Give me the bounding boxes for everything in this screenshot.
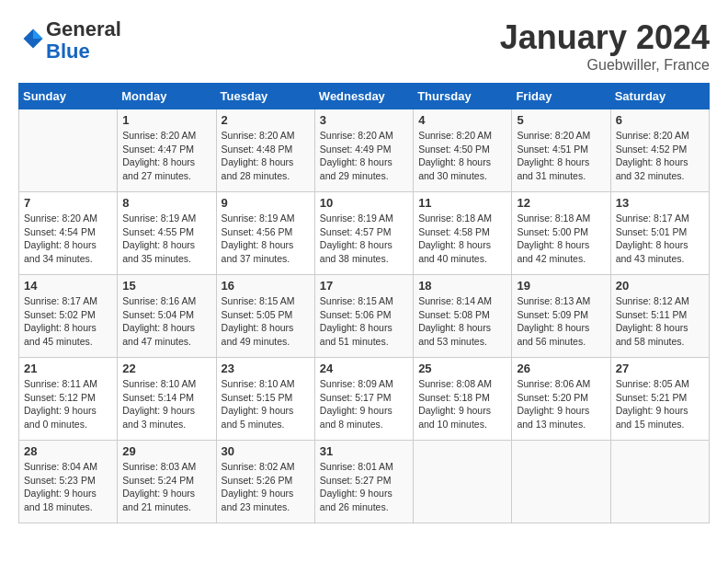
calendar-cell: 7Sunrise: 8:20 AMSunset: 4:54 PMDaylight… bbox=[19, 192, 118, 275]
day-info: Sunrise: 8:04 AMSunset: 5:23 PMDaylight:… bbox=[24, 460, 112, 514]
calendar-cell: 3Sunrise: 8:20 AMSunset: 4:49 PMDaylight… bbox=[314, 109, 413, 192]
calendar-cell: 17Sunrise: 8:15 AMSunset: 5:06 PMDayligh… bbox=[314, 275, 413, 358]
day-number: 6 bbox=[616, 113, 704, 127]
calendar-cell: 19Sunrise: 8:13 AMSunset: 5:09 PMDayligh… bbox=[512, 275, 610, 358]
logo-icon bbox=[20, 26, 46, 52]
calendar-cell bbox=[512, 441, 610, 523]
day-info: Sunrise: 8:14 AMSunset: 5:08 PMDaylight:… bbox=[418, 294, 506, 349]
day-number: 1 bbox=[122, 113, 210, 127]
calendar-cell: 31Sunrise: 8:01 AMSunset: 5:27 PMDayligh… bbox=[314, 441, 413, 523]
calendar-cell: 15Sunrise: 8:16 AMSunset: 5:04 PMDayligh… bbox=[118, 275, 216, 358]
day-info: Sunrise: 8:15 AMSunset: 5:05 PMDaylight:… bbox=[222, 294, 310, 349]
day-number: 18 bbox=[418, 279, 506, 293]
calendar-cell: 25Sunrise: 8:08 AMSunset: 5:18 PMDayligh… bbox=[414, 358, 512, 441]
calendar-cell: 6Sunrise: 8:20 AMSunset: 4:52 PMDaylight… bbox=[610, 109, 709, 192]
day-number: 5 bbox=[517, 113, 605, 127]
day-number: 4 bbox=[418, 113, 506, 127]
day-info: Sunrise: 8:05 AMSunset: 5:21 PMDaylight:… bbox=[616, 377, 704, 431]
day-info: Sunrise: 8:10 AMSunset: 5:15 PMDaylight:… bbox=[222, 377, 310, 431]
calendar-cell: 18Sunrise: 8:14 AMSunset: 5:08 PMDayligh… bbox=[414, 275, 512, 358]
calendar-cell: 5Sunrise: 8:20 AMSunset: 4:51 PMDaylight… bbox=[512, 109, 610, 192]
title-section: January 2024 Guebwiller, France bbox=[500, 18, 710, 74]
day-info: Sunrise: 8:20 AMSunset: 4:48 PMDaylight:… bbox=[222, 129, 310, 183]
day-number: 26 bbox=[517, 362, 605, 375]
day-info: Sunrise: 8:18 AMSunset: 4:58 PMDaylight:… bbox=[418, 212, 506, 266]
day-number: 17 bbox=[320, 279, 408, 293]
day-number: 7 bbox=[24, 196, 112, 210]
day-info: Sunrise: 8:16 AMSunset: 5:04 PMDaylight:… bbox=[122, 294, 210, 349]
day-info: Sunrise: 8:20 AMSunset: 4:49 PMDaylight:… bbox=[320, 129, 408, 183]
day-number: 16 bbox=[222, 279, 310, 293]
day-number: 20 bbox=[616, 279, 704, 293]
calendar-cell: 28Sunrise: 8:04 AMSunset: 5:23 PMDayligh… bbox=[19, 441, 118, 523]
day-number: 9 bbox=[222, 196, 310, 210]
logo: General Blue bbox=[18, 18, 121, 63]
week-row-2: 7Sunrise: 8:20 AMSunset: 4:54 PMDaylight… bbox=[19, 192, 710, 275]
day-info: Sunrise: 8:12 AMSunset: 5:11 PMDaylight:… bbox=[616, 294, 704, 349]
week-row-5: 28Sunrise: 8:04 AMSunset: 5:23 PMDayligh… bbox=[19, 441, 710, 523]
week-row-1: 1Sunrise: 8:20 AMSunset: 4:47 PMDaylight… bbox=[19, 109, 710, 192]
day-info: Sunrise: 8:03 AMSunset: 5:24 PMDaylight:… bbox=[122, 460, 210, 514]
calendar-cell: 4Sunrise: 8:20 AMSunset: 4:50 PMDaylight… bbox=[414, 109, 512, 192]
weekday-header-thursday: Thursday bbox=[414, 84, 512, 109]
day-number: 29 bbox=[122, 444, 210, 458]
svg-marker-1 bbox=[33, 29, 43, 40]
day-info: Sunrise: 8:13 AMSunset: 5:09 PMDaylight:… bbox=[517, 294, 605, 349]
calendar-cell: 22Sunrise: 8:10 AMSunset: 5:14 PMDayligh… bbox=[118, 358, 216, 441]
weekday-header-sunday: Sunday bbox=[19, 84, 118, 109]
day-number: 25 bbox=[418, 362, 506, 375]
calendar-cell: 16Sunrise: 8:15 AMSunset: 5:05 PMDayligh… bbox=[216, 275, 314, 358]
calendar-cell bbox=[414, 441, 512, 523]
day-info: Sunrise: 8:02 AMSunset: 5:26 PMDaylight:… bbox=[222, 460, 310, 514]
weekday-header-friday: Friday bbox=[512, 84, 610, 109]
calendar-cell: 21Sunrise: 8:11 AMSunset: 5:12 PMDayligh… bbox=[19, 358, 118, 441]
weekday-header-monday: Monday bbox=[118, 84, 216, 109]
day-info: Sunrise: 8:20 AMSunset: 4:54 PMDaylight:… bbox=[24, 212, 112, 266]
day-info: Sunrise: 8:09 AMSunset: 5:17 PMDaylight:… bbox=[320, 377, 408, 431]
logo-blue-text: Blue bbox=[46, 40, 90, 63]
day-number: 21 bbox=[24, 362, 112, 375]
page-header: General Blue January 2024 Guebwiller, Fr… bbox=[18, 18, 710, 74]
weekday-header-saturday: Saturday bbox=[610, 84, 709, 109]
day-number: 10 bbox=[320, 196, 408, 210]
day-info: Sunrise: 8:20 AMSunset: 4:50 PMDaylight:… bbox=[418, 129, 506, 183]
calendar-cell bbox=[610, 441, 709, 523]
day-number: 22 bbox=[122, 362, 210, 375]
day-info: Sunrise: 8:17 AMSunset: 5:01 PMDaylight:… bbox=[616, 212, 704, 266]
day-info: Sunrise: 8:19 AMSunset: 4:56 PMDaylight:… bbox=[222, 212, 310, 266]
day-info: Sunrise: 8:01 AMSunset: 5:27 PMDaylight:… bbox=[320, 460, 408, 514]
day-info: Sunrise: 8:19 AMSunset: 4:57 PMDaylight:… bbox=[320, 212, 408, 266]
weekday-header-wednesday: Wednesday bbox=[314, 84, 413, 109]
day-number: 13 bbox=[616, 196, 704, 210]
day-info: Sunrise: 8:11 AMSunset: 5:12 PMDaylight:… bbox=[24, 377, 112, 431]
weekday-header-row: SundayMondayTuesdayWednesdayThursdayFrid… bbox=[19, 84, 710, 109]
day-number: 12 bbox=[517, 196, 605, 210]
calendar-cell: 1Sunrise: 8:20 AMSunset: 4:47 PMDaylight… bbox=[118, 109, 216, 192]
calendar-subtitle: Guebwiller, France bbox=[500, 57, 710, 74]
day-info: Sunrise: 8:20 AMSunset: 4:52 PMDaylight:… bbox=[616, 129, 704, 183]
calendar-cell: 11Sunrise: 8:18 AMSunset: 4:58 PMDayligh… bbox=[414, 192, 512, 275]
day-number: 30 bbox=[222, 444, 310, 458]
week-row-3: 14Sunrise: 8:17 AMSunset: 5:02 PMDayligh… bbox=[19, 275, 710, 358]
day-number: 31 bbox=[320, 444, 408, 458]
logo-general-text: General bbox=[46, 17, 121, 40]
calendar-cell: 14Sunrise: 8:17 AMSunset: 5:02 PMDayligh… bbox=[19, 275, 118, 358]
calendar-table: SundayMondayTuesdayWednesdayThursdayFrid… bbox=[18, 83, 710, 523]
calendar-cell: 12Sunrise: 8:18 AMSunset: 5:00 PMDayligh… bbox=[512, 192, 610, 275]
day-info: Sunrise: 8:08 AMSunset: 5:18 PMDaylight:… bbox=[418, 377, 506, 431]
day-info: Sunrise: 8:17 AMSunset: 5:02 PMDaylight:… bbox=[24, 294, 112, 349]
calendar-cell: 10Sunrise: 8:19 AMSunset: 4:57 PMDayligh… bbox=[314, 192, 413, 275]
day-number: 2 bbox=[222, 113, 310, 127]
day-number: 3 bbox=[320, 113, 408, 127]
calendar-header: SundayMondayTuesdayWednesdayThursdayFrid… bbox=[19, 84, 710, 109]
day-number: 24 bbox=[320, 362, 408, 375]
calendar-cell: 29Sunrise: 8:03 AMSunset: 5:24 PMDayligh… bbox=[118, 441, 216, 523]
calendar-cell: 2Sunrise: 8:20 AMSunset: 4:48 PMDaylight… bbox=[216, 109, 314, 192]
day-info: Sunrise: 8:19 AMSunset: 4:55 PMDaylight:… bbox=[122, 212, 210, 266]
day-info: Sunrise: 8:18 AMSunset: 5:00 PMDaylight:… bbox=[517, 212, 605, 266]
day-info: Sunrise: 8:20 AMSunset: 4:51 PMDaylight:… bbox=[517, 129, 605, 183]
day-number: 23 bbox=[222, 362, 310, 375]
calendar-cell: 13Sunrise: 8:17 AMSunset: 5:01 PMDayligh… bbox=[610, 192, 709, 275]
day-number: 28 bbox=[24, 444, 112, 458]
calendar-cell: 30Sunrise: 8:02 AMSunset: 5:26 PMDayligh… bbox=[216, 441, 314, 523]
